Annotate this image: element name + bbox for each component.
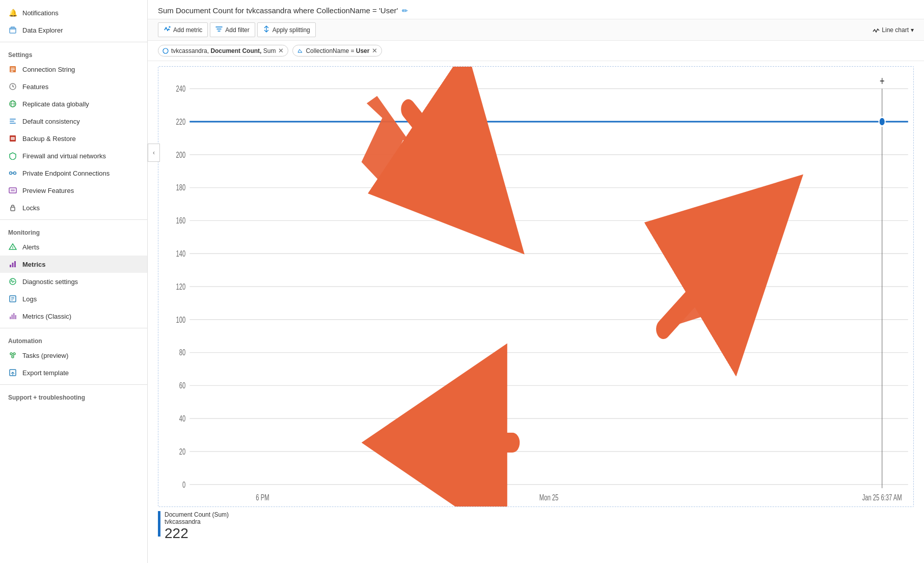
metric-filter-text: tvkcassandra, Document Count, Sum: [171, 47, 276, 54]
features-icon: [8, 82, 17, 91]
bell-icon: 🔔: [8, 8, 17, 17]
sidebar-item-connection-string[interactable]: Connection String: [0, 61, 147, 78]
svg-text:6 PM: 6 PM: [256, 494, 269, 502]
globe-icon: [8, 99, 17, 108]
svg-rect-2: [11, 68, 15, 69]
sidebar-item-metrics[interactable]: Metrics: [0, 256, 147, 273]
sidebar-item-replicate[interactable]: Replicate data globally: [0, 95, 147, 112]
collection-filter-close[interactable]: ✕: [372, 47, 377, 54]
chart-title: Sum Document Count for tvkcassandra wher…: [158, 6, 398, 15]
legend-value: 222: [165, 525, 229, 542]
svg-rect-23: [12, 263, 14, 267]
metric-filter-close[interactable]: ✕: [278, 47, 284, 54]
chart-container[interactable]: 240 220 200 180 160 140 120 100 80 60 40…: [158, 66, 914, 507]
automation-section-title: Automation: [0, 331, 147, 347]
monitoring-section-title: Monitoring: [0, 223, 147, 238]
filter-bar: tvkcassandra, Document Count, Sum ✕ Coll…: [148, 41, 924, 61]
legend-label: Document Count (Sum): [165, 511, 229, 518]
line-chart-toggle[interactable]: Line chart ▾: [873, 26, 914, 34]
svg-text:200: 200: [176, 151, 185, 159]
collection-filter-tag[interactable]: CollectionName = User ✕: [292, 45, 382, 57]
svg-point-36: [12, 356, 14, 358]
sidebar-item-logs[interactable]: Logs: [0, 290, 147, 307]
metric-filter-tag[interactable]: tvkcassandra, Document Count, Sum ✕: [158, 45, 288, 57]
chevron-down-icon[interactable]: ▾: [911, 26, 914, 34]
svg-rect-11: [10, 123, 16, 124]
sidebar-item-firewall[interactable]: Firewall and virtual networks: [0, 147, 147, 164]
add-metric-icon: [164, 25, 171, 34]
divider-automation: [0, 328, 147, 328]
svg-text:40: 40: [179, 414, 186, 423]
logs-icon: [8, 294, 17, 303]
alert-icon: [8, 242, 17, 251]
filter-icon: [215, 25, 223, 34]
tasks-icon: [8, 351, 17, 360]
sidebar-label-consistency: Default consistency: [22, 118, 80, 125]
preview-icon: [8, 186, 17, 195]
svg-point-43: [163, 48, 168, 53]
sidebar-item-tasks[interactable]: Tasks (preview): [0, 347, 147, 364]
svg-text:240: 240: [176, 85, 185, 93]
sidebar-item-alerts[interactable]: Alerts: [0, 238, 147, 256]
sidebar-item-features[interactable]: Features: [0, 78, 147, 95]
edit-title-icon[interactable]: ✏: [402, 7, 408, 15]
legend-sublabel: tvkcassandra: [165, 518, 229, 525]
svg-text:80: 80: [179, 349, 186, 357]
sidebar-item-preview-features[interactable]: Preview Features: [0, 182, 147, 199]
sidebar-collapse-button[interactable]: ‹: [148, 144, 160, 162]
sidebar-item-metrics-classic[interactable]: Metrics (Classic): [0, 307, 147, 325]
apply-splitting-label: Apply splitting: [273, 26, 310, 34]
sidebar-item-private-endpoint[interactable]: Private Endpoint Connections: [0, 164, 147, 182]
svg-rect-13: [11, 137, 15, 140]
sidebar-item-diagnostic-settings[interactable]: Diagnostic settings: [0, 273, 147, 290]
lock-icon: [8, 203, 17, 212]
svg-rect-24: [14, 261, 16, 267]
legend-color-bar: [158, 511, 160, 537]
svg-rect-19: [11, 207, 15, 211]
svg-text:Mon 25: Mon 25: [539, 494, 559, 502]
sidebar-label-metrics: Metrics: [22, 261, 46, 268]
sidebar-label-backup: Backup & Restore: [22, 135, 76, 143]
sidebar-item-backup[interactable]: Backup & Restore: [0, 130, 147, 147]
sidebar-item-notifications[interactable]: 🔔 Notifications: [0, 4, 147, 21]
sidebar: 🔔 Notifications Data Explorer Settings C…: [0, 0, 148, 563]
divider-settings: [0, 42, 147, 42]
sidebar-item-locks[interactable]: Locks: [0, 199, 147, 216]
sidebar-label-connection-string: Connection String: [22, 66, 75, 73]
chart-title-bar: Sum Document Count for tvkcassandra wher…: [148, 0, 924, 19]
backup-icon: [8, 134, 17, 143]
toolbar-left: Add metric Add filter Apply splitting: [158, 22, 316, 37]
svg-text:Jan 25 6:37 AM: Jan 25 6:37 AM: [862, 494, 902, 502]
add-filter-button[interactable]: Add filter: [210, 22, 255, 37]
db-icon: [8, 65, 17, 74]
add-metric-button[interactable]: Add metric: [158, 22, 208, 37]
support-section-title: Support + troubleshooting: [0, 388, 147, 403]
firewall-icon: [8, 151, 17, 160]
svg-text:120: 120: [176, 283, 185, 291]
svg-point-35: [13, 353, 15, 355]
svg-rect-18: [11, 189, 15, 191]
sidebar-item-export-template[interactable]: Export template: [0, 364, 147, 381]
sidebar-label-features: Features: [22, 83, 48, 91]
metrics-classic-icon: [8, 312, 17, 321]
svg-rect-4: [11, 71, 13, 72]
svg-text:180: 180: [176, 184, 185, 192]
svg-text:100: 100: [176, 316, 185, 324]
svg-rect-31: [12, 315, 13, 319]
svg-rect-22: [10, 265, 11, 267]
sidebar-label-notifications: Notifications: [22, 9, 59, 17]
metrics-icon: [8, 260, 17, 269]
add-metric-label: Add metric: [173, 26, 202, 34]
sidebar-item-data-explorer[interactable]: Data Explorer: [0, 21, 147, 39]
apply-splitting-button[interactable]: Apply splitting: [257, 22, 316, 37]
svg-rect-30: [10, 317, 11, 319]
chart-area: 240 220 200 180 160 140 120 100 80 60 40…: [148, 61, 924, 563]
sidebar-item-consistency[interactable]: Default consistency: [0, 112, 147, 130]
settings-section-title: Settings: [0, 45, 147, 61]
sidebar-label-tasks: Tasks (preview): [22, 352, 68, 359]
add-filter-label: Add filter: [225, 26, 249, 34]
svg-point-25: [10, 278, 16, 285]
line-chart-label: Line chart: [882, 26, 909, 34]
svg-line-37: [11, 355, 12, 356]
splitting-icon: [263, 25, 270, 34]
